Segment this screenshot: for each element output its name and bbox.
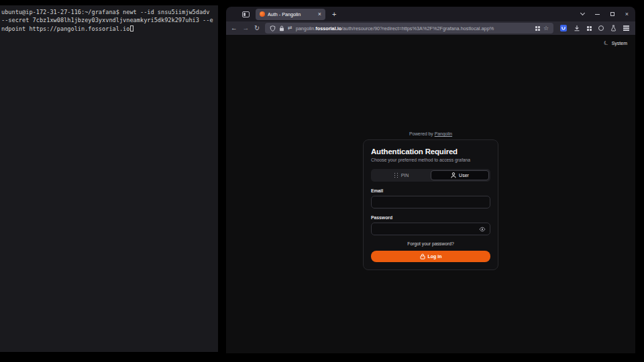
terminal-line: --secret 7cbz1xw08lh1jbzey03yxvndljvneam… (1, 16, 217, 24)
page-content: ☾ System Powered by Pangolin Authenticat… (226, 35, 635, 353)
terminal-cursor (130, 25, 133, 32)
tab-close-icon[interactable]: × (318, 11, 321, 17)
password-field-wrap (371, 223, 490, 235)
browser-window: Auth - Pangolin × + × ← → ↻ (226, 7, 635, 353)
forward-button[interactable]: → (243, 25, 250, 32)
close-window-button[interactable]: × (625, 11, 629, 17)
email-label: Email (371, 188, 490, 193)
url-bar[interactable]: ⇄ pangolin.fossorial.io/auth/resource/90… (265, 23, 553, 34)
url-domain: fossorial.io (315, 25, 341, 32)
powered-by-text: Powered by (409, 131, 435, 136)
tab-pin[interactable]: PIN (372, 170, 431, 180)
tab-pin-label: PIN (401, 173, 409, 178)
tracking-protection-shield-icon[interactable] (270, 25, 276, 32)
terminal-line: ndpoint https://pangolin.fossorial.io (1, 25, 217, 33)
login-button-label: Log in (428, 254, 442, 259)
list-tabs-chevron-icon[interactable] (580, 11, 585, 15)
bookmark-star-icon[interactable]: ☆ (543, 25, 549, 32)
moon-theme-icon: ☾ (602, 39, 610, 47)
browser-tab[interactable]: Auth - Pangolin × (256, 9, 325, 20)
url-path: /auth/resource/90?redirect=https%3A%2F%2… (341, 25, 494, 32)
browser-toolbar: ← → ↻ ⇄ pangolin.fossorial.io/auth/resou… (226, 21, 635, 35)
terminal-line: ubuntu@ip-172-31-27-116:~/grafana$ newt … (1, 8, 217, 16)
url-text: pangolin.fossorial.io/auth/resource/90?r… (296, 25, 532, 32)
extension-badge-icon[interactable] (560, 25, 567, 32)
pangolin-link[interactable]: Pangolin (435, 131, 452, 136)
login-lock-icon (420, 253, 425, 259)
terminal-line-text: ndpoint https://pangolin.fossorial.io (1, 25, 129, 32)
extensions-puzzle-icon[interactable] (587, 26, 592, 31)
tab-title: Auth - Pangolin (268, 11, 315, 17)
auth-card: Authentication Required Choose your pref… (363, 139, 498, 270)
card-subtitle: Choose your preferred method to access g… (371, 158, 490, 162)
shortcuts-grid-icon[interactable] (535, 26, 540, 31)
tab-bar: Auth - Pangolin × + × (226, 7, 635, 21)
theme-switcher-label: System (612, 41, 627, 46)
permissions-arrows-icon[interactable]: ⇄ (288, 25, 292, 31)
forgot-password-link[interactable]: Forgot your password? (371, 241, 490, 246)
auth-section: Powered by Pangolin Authentication Requi… (226, 131, 635, 270)
tab-user-label: User (459, 173, 469, 178)
powered-by: Powered by Pangolin (409, 131, 452, 136)
maximize-button[interactable] (610, 12, 614, 16)
lock-icon[interactable] (279, 25, 284, 32)
refresh-button[interactable]: ↻ (254, 25, 260, 32)
keypad-icon (394, 173, 398, 178)
login-button[interactable]: Log in (371, 251, 490, 262)
firefox-view-icon[interactable] (242, 11, 250, 17)
toggle-password-visibility-eye-icon[interactable] (479, 227, 486, 232)
new-tab-button[interactable]: + (332, 10, 336, 18)
password-field[interactable] (376, 226, 479, 232)
back-button[interactable]: ← (231, 25, 237, 32)
pangolin-favicon-icon (260, 11, 265, 17)
minimize-button[interactable] (595, 14, 600, 15)
flask-extension-icon[interactable] (610, 25, 616, 32)
auth-method-tabs: PIN User (371, 169, 490, 182)
downloads-icon[interactable] (574, 25, 580, 32)
desktop: ubuntu@ip-172-31-27-116:~/grafana$ newt … (0, 0, 644, 362)
user-icon (451, 172, 456, 178)
url-domain-prefix: pangolin. (296, 25, 316, 32)
password-label: Password (371, 215, 490, 220)
theme-switcher-button[interactable]: ☾ System (604, 40, 627, 46)
tab-user[interactable]: User (431, 170, 489, 180)
window-controls: × (581, 11, 635, 17)
email-field[interactable] (376, 199, 486, 205)
menu-hamburger-icon[interactable] (623, 27, 629, 28)
card-title: Authentication Required (371, 147, 490, 156)
email-field-wrap (371, 196, 490, 208)
toolbar-extensions (559, 25, 631, 32)
privacy-extension-icon[interactable] (598, 25, 604, 31)
terminal-window[interactable]: ubuntu@ip-172-31-27-116:~/grafana$ newt … (0, 5, 218, 352)
